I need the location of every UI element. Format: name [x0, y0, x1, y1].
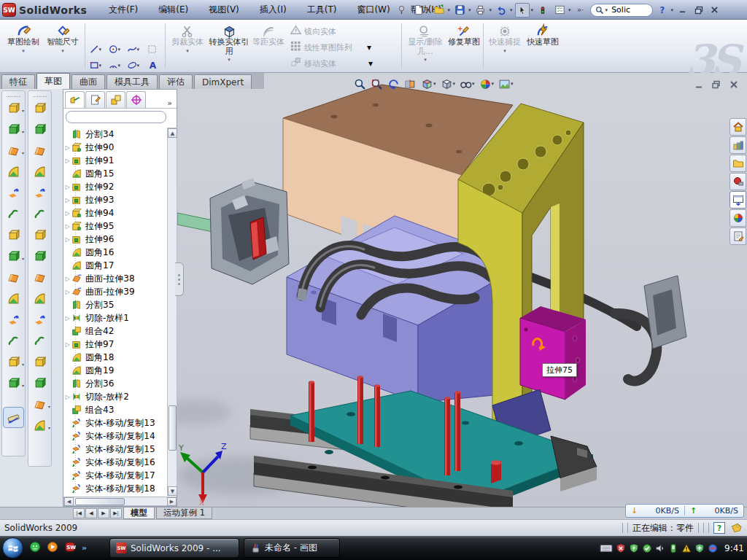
line-tool-icon[interactable]: ▾	[89, 43, 101, 55]
doc-minimize-button[interactable]	[692, 79, 705, 90]
scroll-left-icon[interactable]: ◀	[64, 497, 74, 506]
expand-arrow-icon[interactable]: ▷	[63, 315, 71, 322]
restore-button[interactable]	[692, 4, 705, 16]
start-button[interactable]	[2, 537, 23, 559]
tree-item-组合42[interactable]: 组合42	[63, 324, 168, 338]
linear-sketch-pattern-button[interactable]: 线性草图阵列 ▾	[290, 40, 371, 55]
swept-surface-icon[interactable]	[29, 98, 50, 119]
expand-arrow-icon[interactable]: ▷	[63, 184, 71, 190]
tray-antivirus-icon[interactable]	[694, 543, 705, 553]
edit-appearance-icon[interactable]: ▾	[479, 78, 495, 90]
print-icon[interactable]	[473, 3, 488, 18]
tree-item-圆角19[interactable]: 圆角19	[63, 364, 168, 377]
taskbar-clock[interactable]: 9:41	[724, 543, 744, 553]
extruded-boss-icon[interactable]: ▾	[3, 119, 24, 140]
offset-entities-button[interactable]: 等距实体	[251, 22, 286, 70]
dropdown-arrow-icon[interactable]: ▾	[186, 48, 189, 54]
quick-launch-messenger-icon[interactable]	[29, 541, 41, 555]
view-orientation-icon[interactable]: ▾	[421, 78, 436, 90]
quick-launch-media-player-icon[interactable]	[47, 541, 58, 555]
doc-close-button[interactable]	[727, 79, 740, 90]
arc-tool-icon[interactable]: ▾	[108, 59, 120, 71]
graphics-viewport[interactable]: Y Z X ▾▾▾▾▾ 拉伸75	[177, 73, 747, 507]
tree-item-切除-放样2[interactable]: ▷切除-放样2	[63, 390, 168, 403]
tree-item-圆角17[interactable]: 圆角17	[63, 259, 168, 272]
expand-arrow-icon[interactable]: ▷	[63, 210, 71, 217]
last-tab-icon[interactable]: ▶|	[110, 508, 122, 518]
tree-horizontal-scrollbar[interactable]: ◀ ▶	[63, 497, 177, 506]
ellipse-tool-icon[interactable]: ▾	[127, 59, 139, 71]
thicken-icon[interactable]	[29, 288, 50, 309]
tag-icon[interactable]	[729, 521, 743, 534]
toolbar-grip[interactable]	[33, 93, 47, 97]
taskbar-task-solidworks[interactable]: SW SolidWorks 2009 - ...	[109, 538, 239, 558]
rib-icon[interactable]	[3, 267, 24, 288]
boundary-surface-icon[interactable]	[29, 182, 50, 203]
swept-boss-icon[interactable]	[3, 161, 24, 182]
select-tool-icon[interactable]	[515, 3, 530, 18]
revolved-boss-icon[interactable]: ▾	[3, 98, 24, 119]
tray-power-manager-icon[interactable]	[629, 543, 639, 553]
menu-item-4[interactable]: 工具(T)	[297, 0, 347, 20]
tree-filter-box[interactable]	[66, 111, 166, 123]
tree-vertical-scrollbar[interactable]: ▲ ▼	[167, 128, 177, 496]
rebuild-traffic-light-icon[interactable]	[535, 3, 550, 18]
dropdown-arrow-icon[interactable]: ▾	[453, 81, 456, 87]
tree-item-实体-移动/复制17[interactable]: 实体-移动/复制17	[63, 469, 168, 482]
expand-arrow-icon[interactable]: ▷	[63, 394, 71, 400]
tab-model[interactable]: 模型	[123, 508, 155, 519]
dropdown-arrow-icon[interactable]: ▾	[605, 7, 608, 13]
dropdown-arrow-icon[interactable]: ▾	[117, 47, 120, 52]
tray-volume-icon[interactable]	[655, 543, 665, 553]
display-style-icon[interactable]: ▾	[441, 78, 456, 90]
command-tab-DimXpert[interactable]: DimXpert	[194, 74, 252, 89]
dropdown-arrow-icon[interactable]: ▾	[489, 7, 492, 13]
open-document-icon[interactable]	[432, 3, 446, 18]
model-part-right-fitting[interactable]	[615, 276, 686, 381]
previous-view-icon[interactable]	[387, 78, 400, 90]
dropdown-arrow-icon[interactable]: ▾	[424, 57, 427, 63]
reference-geometry-icon[interactable]: ▾	[3, 351, 24, 373]
tree-item-曲面-拉伸38[interactable]: ▷曲面-拉伸38	[63, 272, 168, 285]
first-tab-icon[interactable]: |◀	[73, 508, 85, 518]
dropdown-arrow-icon[interactable]: ▾	[136, 63, 139, 69]
panel-splitter-handle[interactable]	[175, 262, 184, 296]
tray-windows-update-icon[interactable]	[642, 543, 652, 553]
delete-face-icon[interactable]	[29, 330, 50, 351]
expand-arrow-icon[interactable]: ▷	[63, 144, 71, 151]
expand-arrow-icon[interactable]: ▷	[63, 289, 71, 295]
display-delete-relations-button[interactable]: 显示/删除几...▾	[406, 22, 445, 70]
measure-icon[interactable]	[3, 407, 24, 428]
dropdown-arrow-icon[interactable]: ▾	[433, 81, 436, 87]
tree-item-实体-移动/复制15[interactable]: 实体-移动/复制15	[63, 443, 168, 456]
extruded-surface-icon[interactable]	[29, 140, 50, 161]
dropdown-arrow-icon[interactable]: ▾	[671, 7, 674, 13]
linear-pattern-icon[interactable]: ▾	[3, 246, 24, 267]
fillet-icon[interactable]: ▾	[3, 140, 24, 161]
tree-item-拉伸92[interactable]: ▷拉伸92	[63, 180, 168, 193]
command-tab-曲面[interactable]: 曲面	[71, 74, 105, 89]
scroll-down-icon[interactable]: ▼	[168, 486, 177, 496]
tree-item-拉伸90[interactable]: ▷拉伸90	[63, 141, 168, 154]
toolbar-grip[interactable]	[7, 93, 20, 97]
tray-keyboard-icon[interactable]	[600, 542, 613, 555]
tray-wireless-alert-icon[interactable]	[681, 543, 692, 553]
close-button[interactable]	[708, 4, 721, 16]
quick-snaps-button[interactable]: 快速捕捉▾	[487, 22, 522, 70]
save-icon[interactable]	[452, 3, 467, 18]
tree-item-拉伸95[interactable]: ▷拉伸95	[63, 219, 168, 233]
hole-wizard-icon[interactable]	[3, 225, 24, 246]
selection-box-icon[interactable]	[146, 43, 158, 55]
scrollbar-thumb[interactable]	[169, 405, 177, 451]
menu-item-1[interactable]: 编辑(E)	[148, 0, 198, 20]
smart-dimension-button[interactable]: 智能尺寸▾	[44, 22, 82, 70]
menu-item-0[interactable]: 文件(F)	[98, 0, 148, 20]
move-entities-button[interactable]: 移动实体 ▾	[290, 56, 373, 71]
section-view-icon[interactable]	[404, 78, 417, 90]
tree-item-圆角18[interactable]: 圆角18	[63, 351, 168, 364]
feature-manager-tab[interactable]	[65, 91, 85, 108]
options-list-icon[interactable]	[552, 3, 567, 18]
taskbar-task-paint[interactable]: 未命名 - 画图	[244, 538, 340, 558]
curves-icon[interactable]: ▾	[29, 415, 50, 436]
shell-icon[interactable]	[3, 309, 24, 330]
